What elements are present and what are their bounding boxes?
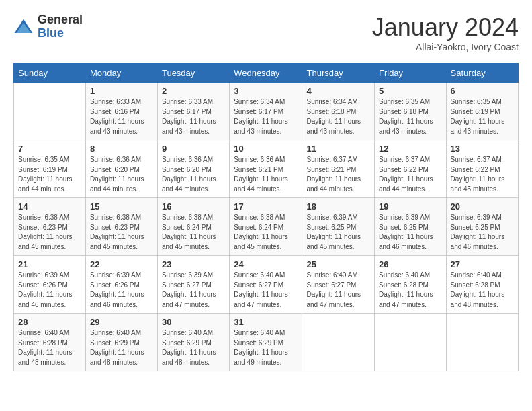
day-number: 8 (90, 144, 153, 154)
day-number: 6 (451, 86, 514, 96)
day-info: Sunrise: 6:36 AM Sunset: 6:21 PM Dayligh… (234, 155, 298, 194)
day-number: 22 (90, 259, 153, 269)
calendar-cell: 2Sunrise: 6:33 AM Sunset: 6:17 PM Daylig… (157, 83, 229, 140)
day-number: 3 (234, 86, 298, 96)
day-info: Sunrise: 6:38 AM Sunset: 6:23 PM Dayligh… (18, 213, 81, 252)
calendar-week-row: 28Sunrise: 6:40 AM Sunset: 6:28 PM Dayli… (14, 314, 519, 371)
calendar-cell: 9Sunrise: 6:36 AM Sunset: 6:20 PM Daylig… (157, 140, 229, 198)
day-number: 19 (379, 201, 442, 212)
calendar-body: 1Sunrise: 6:33 AM Sunset: 6:16 PM Daylig… (14, 83, 519, 371)
day-info: Sunrise: 6:39 AM Sunset: 6:25 PM Dayligh… (379, 213, 442, 252)
day-number: 1 (90, 86, 153, 96)
day-number: 11 (306, 144, 370, 154)
calendar-cell: 14Sunrise: 6:38 AM Sunset: 6:23 PM Dayli… (14, 198, 86, 256)
day-number: 15 (90, 201, 153, 212)
day-info: Sunrise: 6:40 AM Sunset: 6:27 PM Dayligh… (306, 271, 370, 310)
day-info: Sunrise: 6:36 AM Sunset: 6:20 PM Dayligh… (90, 155, 153, 194)
day-info: Sunrise: 6:34 AM Sunset: 6:17 PM Dayligh… (234, 97, 298, 136)
logo-general-text: General (38, 13, 83, 27)
day-number: 16 (162, 201, 225, 212)
calendar-cell: 3Sunrise: 6:34 AM Sunset: 6:17 PM Daylig… (230, 83, 302, 140)
calendar-header: SundayMondayTuesdayWednesdayThursdayFrid… (14, 64, 519, 83)
day-number: 23 (162, 259, 225, 269)
calendar-cell: 30Sunrise: 6:40 AM Sunset: 6:29 PM Dayli… (157, 314, 229, 371)
calendar-cell: 26Sunrise: 6:40 AM Sunset: 6:28 PM Dayli… (374, 256, 446, 314)
day-of-week-header: Friday (374, 64, 446, 83)
day-of-week-header: Thursday (302, 64, 375, 83)
day-info: Sunrise: 6:39 AM Sunset: 6:25 PM Dayligh… (306, 213, 370, 252)
day-of-week-header: Sunday (14, 64, 86, 83)
day-info: Sunrise: 6:37 AM Sunset: 6:22 PM Dayligh… (451, 155, 514, 194)
calendar-cell: 17Sunrise: 6:38 AM Sunset: 6:24 PM Dayli… (230, 198, 302, 256)
day-info: Sunrise: 6:35 AM Sunset: 6:18 PM Dayligh… (379, 97, 442, 136)
calendar-cell: 29Sunrise: 6:40 AM Sunset: 6:29 PM Dayli… (85, 314, 157, 371)
day-info: Sunrise: 6:40 AM Sunset: 6:27 PM Dayligh… (234, 271, 298, 310)
calendar-cell: 19Sunrise: 6:39 AM Sunset: 6:25 PM Dayli… (374, 198, 446, 256)
calendar-table: SundayMondayTuesdayWednesdayThursdayFrid… (13, 63, 519, 371)
title-area: January 2024 Allai-Yaokro, Ivory Coast (372, 13, 519, 52)
day-info: Sunrise: 6:35 AM Sunset: 6:19 PM Dayligh… (18, 155, 81, 194)
day-number: 10 (234, 144, 298, 154)
calendar-cell: 21Sunrise: 6:39 AM Sunset: 6:26 PM Dayli… (14, 256, 86, 314)
day-info: Sunrise: 6:39 AM Sunset: 6:27 PM Dayligh… (162, 271, 225, 310)
month-title: January 2024 (372, 13, 519, 42)
day-info: Sunrise: 6:40 AM Sunset: 6:29 PM Dayligh… (90, 328, 153, 367)
calendar-cell: 4Sunrise: 6:34 AM Sunset: 6:18 PM Daylig… (302, 83, 375, 140)
day-info: Sunrise: 6:40 AM Sunset: 6:28 PM Dayligh… (451, 271, 514, 310)
logo-icon (13, 17, 34, 37)
day-number: 26 (379, 259, 442, 269)
day-number: 17 (234, 201, 298, 212)
day-info: Sunrise: 6:33 AM Sunset: 6:17 PM Dayligh… (162, 97, 225, 136)
day-info: Sunrise: 6:38 AM Sunset: 6:23 PM Dayligh… (90, 213, 153, 252)
day-number: 14 (18, 201, 81, 212)
day-number: 31 (234, 317, 298, 327)
day-info: Sunrise: 6:39 AM Sunset: 6:25 PM Dayligh… (451, 213, 514, 252)
day-number: 12 (379, 144, 442, 154)
day-of-week-header: Wednesday (230, 64, 302, 83)
day-number: 21 (18, 259, 81, 269)
day-number: 13 (451, 144, 514, 154)
calendar-cell: 7Sunrise: 6:35 AM Sunset: 6:19 PM Daylig… (14, 140, 86, 198)
calendar-week-row: 1Sunrise: 6:33 AM Sunset: 6:16 PM Daylig… (14, 83, 519, 140)
calendar-cell (374, 314, 446, 371)
logo: General Blue (13, 13, 83, 40)
header: General Blue January 2024 Allai-Yaokro, … (13, 13, 519, 52)
calendar-week-row: 7Sunrise: 6:35 AM Sunset: 6:19 PM Daylig… (14, 140, 519, 198)
day-number: 30 (162, 317, 225, 327)
calendar-cell: 1Sunrise: 6:33 AM Sunset: 6:16 PM Daylig… (85, 83, 157, 140)
calendar-cell: 15Sunrise: 6:38 AM Sunset: 6:23 PM Dayli… (85, 198, 157, 256)
day-number: 2 (162, 86, 225, 96)
day-number: 24 (234, 259, 298, 269)
calendar-cell: 27Sunrise: 6:40 AM Sunset: 6:28 PM Dayli… (446, 256, 518, 314)
day-number: 7 (18, 144, 81, 154)
day-of-week-header: Tuesday (157, 64, 229, 83)
day-info: Sunrise: 6:33 AM Sunset: 6:16 PM Dayligh… (90, 97, 153, 136)
day-info: Sunrise: 6:36 AM Sunset: 6:20 PM Dayligh… (162, 155, 225, 194)
location-subtitle: Allai-Yaokro, Ivory Coast (372, 42, 519, 52)
day-info: Sunrise: 6:40 AM Sunset: 6:28 PM Dayligh… (379, 271, 442, 310)
calendar-cell (446, 314, 518, 371)
day-info: Sunrise: 6:40 AM Sunset: 6:29 PM Dayligh… (234, 328, 298, 367)
calendar-cell (302, 314, 375, 371)
logo-blue-text: Blue (38, 27, 83, 40)
day-info: Sunrise: 6:40 AM Sunset: 6:29 PM Dayligh… (162, 328, 225, 367)
day-of-week-header: Monday (85, 64, 157, 83)
day-info: Sunrise: 6:40 AM Sunset: 6:28 PM Dayligh… (18, 328, 81, 367)
calendar-week-row: 21Sunrise: 6:39 AM Sunset: 6:26 PM Dayli… (14, 256, 519, 314)
day-info: Sunrise: 6:39 AM Sunset: 6:26 PM Dayligh… (18, 271, 81, 310)
calendar-cell: 25Sunrise: 6:40 AM Sunset: 6:27 PM Dayli… (302, 256, 375, 314)
day-number: 20 (451, 201, 514, 212)
day-number: 28 (18, 317, 81, 327)
calendar-cell: 13Sunrise: 6:37 AM Sunset: 6:22 PM Dayli… (446, 140, 518, 198)
calendar-cell: 22Sunrise: 6:39 AM Sunset: 6:26 PM Dayli… (85, 256, 157, 314)
calendar-cell: 6Sunrise: 6:35 AM Sunset: 6:19 PM Daylig… (446, 83, 518, 140)
calendar-cell: 10Sunrise: 6:36 AM Sunset: 6:21 PM Dayli… (230, 140, 302, 198)
day-of-week-header: Saturday (446, 64, 518, 83)
calendar-cell: 12Sunrise: 6:37 AM Sunset: 6:22 PM Dayli… (374, 140, 446, 198)
calendar-cell: 5Sunrise: 6:35 AM Sunset: 6:18 PM Daylig… (374, 83, 446, 140)
day-info: Sunrise: 6:39 AM Sunset: 6:26 PM Dayligh… (90, 271, 153, 310)
day-number: 9 (162, 144, 225, 154)
day-info: Sunrise: 6:34 AM Sunset: 6:18 PM Dayligh… (306, 97, 370, 136)
calendar-cell: 23Sunrise: 6:39 AM Sunset: 6:27 PM Dayli… (157, 256, 229, 314)
day-info: Sunrise: 6:37 AM Sunset: 6:21 PM Dayligh… (306, 155, 370, 194)
